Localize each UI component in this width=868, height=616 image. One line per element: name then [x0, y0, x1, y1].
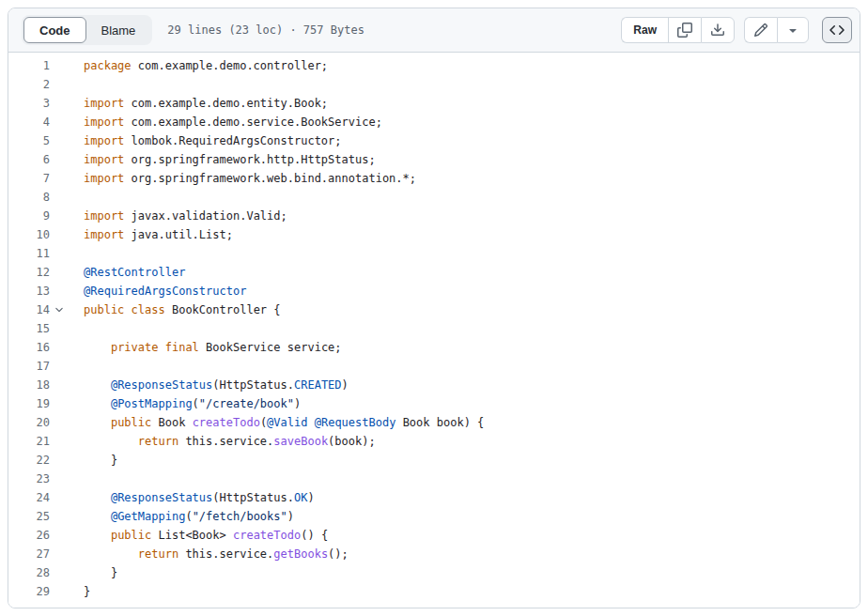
line-number[interactable]: 6 — [8, 150, 50, 169]
fold-gutter-spacer — [50, 413, 69, 432]
line-number[interactable]: 2 — [8, 75, 50, 94]
line-number[interactable]: 19 — [8, 394, 50, 413]
fold-gutter-spacer — [50, 75, 69, 94]
line-number[interactable]: 22 — [8, 451, 50, 470]
code-line: 9import javax.validation.Valid; — [8, 207, 860, 225]
line-number[interactable]: 8 — [8, 188, 50, 207]
line-number[interactable]: 28 — [8, 563, 50, 582]
line-number[interactable]: 24 — [8, 488, 50, 507]
fold-gutter-spacer — [50, 582, 69, 601]
code-line-content: import com.example.demo.service.BookServ… — [84, 113, 382, 131]
line-number[interactable]: 7 — [8, 169, 50, 188]
line-number[interactable]: 29 — [8, 582, 50, 601]
code-line: 16 private final BookService service; — [8, 338, 860, 357]
code-line-content: import java.util.List; — [84, 225, 233, 244]
download-icon — [710, 23, 725, 38]
code-line-content: @GetMapping("/fetch/books") — [84, 507, 294, 526]
line-number[interactable]: 10 — [8, 225, 50, 244]
code-line: 5import lombok.RequiredArgsConstructor; — [8, 131, 860, 150]
code-line-content: import javax.validation.Valid; — [84, 207, 287, 225]
edit-group — [744, 17, 809, 43]
tab-code[interactable]: Code — [23, 17, 86, 43]
code-line-content: import com.example.demo.entity.Book; — [84, 94, 328, 113]
line-number[interactable]: 3 — [8, 94, 50, 113]
fold-gutter-spacer — [50, 188, 69, 207]
code-line-content: private final BookService service; — [84, 338, 342, 357]
line-number[interactable]: 20 — [8, 413, 50, 432]
code-line-content: public class BookController { — [84, 300, 281, 319]
fold-gutter-spacer — [50, 169, 69, 188]
code-line: 22 } — [8, 451, 860, 470]
code-line: 1package com.example.demo.controller; — [8, 56, 860, 75]
fold-gutter-spacer — [50, 207, 69, 225]
line-number[interactable]: 26 — [8, 526, 50, 545]
line-number[interactable]: 21 — [8, 432, 50, 451]
line-number[interactable]: 11 — [8, 244, 50, 263]
code-line-content: return this.service.saveBook(book); — [84, 432, 376, 451]
line-number[interactable]: 15 — [8, 319, 50, 338]
code-line-content: @RestController — [84, 263, 185, 282]
line-number[interactable]: 1 — [8, 56, 50, 75]
fold-gutter-spacer — [50, 263, 69, 282]
code-line-content: import lombok.RequiredArgsConstructor; — [84, 131, 342, 150]
pencil-icon — [753, 23, 768, 38]
raw-actions-group: Raw — [621, 17, 735, 43]
code-line-content: return this.service.getBooks(); — [84, 545, 349, 563]
line-number[interactable]: 25 — [8, 507, 50, 526]
fold-gutter-spacer — [50, 488, 69, 507]
line-number[interactable]: 23 — [8, 470, 50, 488]
line-number[interactable]: 27 — [8, 545, 50, 563]
code-line-content: import org.springframework.web.bind.anno… — [84, 169, 416, 188]
line-number[interactable]: 9 — [8, 207, 50, 225]
line-number[interactable]: 18 — [8, 376, 50, 394]
code-line-content: @PostMapping("/create/book") — [84, 394, 301, 413]
fold-gutter-spacer — [50, 432, 69, 451]
download-button[interactable] — [701, 17, 735, 43]
code-line: 13@RequiredArgsConstructor — [8, 282, 860, 300]
code-line: 7import org.springframework.web.bind.ann… — [8, 169, 860, 188]
line-number[interactable]: 14 — [8, 300, 50, 319]
line-number[interactable]: 13 — [8, 282, 50, 300]
line-number[interactable]: 12 — [8, 263, 50, 282]
code-line-content: } — [84, 451, 117, 470]
code-line: 26 public List<Book> createTodo() { — [8, 526, 860, 545]
fold-gutter-spacer — [50, 545, 69, 563]
code-line-content: } — [84, 582, 90, 601]
edit-dropdown-button[interactable] — [777, 17, 809, 43]
line-number[interactable]: 4 — [8, 113, 50, 131]
line-number[interactable]: 5 — [8, 131, 50, 150]
code-line-content: @RequiredArgsConstructor — [84, 282, 246, 300]
code-line: 14public class BookController { — [8, 300, 860, 319]
code-line-content: @ResponseStatus(HttpStatus.OK) — [84, 488, 315, 507]
tab-blame[interactable]: Blame — [86, 17, 151, 43]
fold-gutter-spacer — [50, 225, 69, 244]
edit-button[interactable] — [744, 17, 777, 43]
code-line: 6import org.springframework.http.HttpSta… — [8, 150, 860, 169]
collapse-chevron-icon[interactable] — [50, 300, 69, 319]
code-blame-toggle: Code Blame — [22, 15, 152, 45]
fold-gutter-spacer — [50, 357, 69, 376]
code-icon — [829, 23, 845, 38]
code-line-content: public Book createTodo(@Valid @RequestBo… — [84, 413, 484, 432]
code-line: 19 @PostMapping("/create/book") — [8, 394, 860, 413]
line-number[interactable]: 17 — [8, 357, 50, 376]
code-line: 17 — [8, 357, 860, 376]
fold-gutter-spacer — [50, 282, 69, 300]
code-line: 28 } — [8, 563, 860, 582]
copy-button[interactable] — [668, 17, 701, 43]
code-line-content: package com.example.demo.controller; — [84, 56, 328, 75]
code-line: 10import java.util.List; — [8, 225, 860, 244]
code-line-content: import org.springframework.http.HttpStat… — [84, 150, 376, 169]
fold-gutter-spacer — [50, 507, 69, 526]
file-view-container: Code Blame 29 lines (23 loc) · 757 Bytes… — [8, 8, 860, 608]
raw-button[interactable]: Raw — [621, 17, 668, 43]
fold-gutter-spacer — [50, 563, 69, 582]
file-info: 29 lines (23 loc) · 757 Bytes — [167, 23, 364, 37]
fold-gutter-spacer — [50, 319, 69, 338]
symbols-button[interactable] — [822, 17, 852, 43]
code-line: 2 — [8, 75, 860, 94]
code-line: 25 @GetMapping("/fetch/books") — [8, 507, 860, 526]
fold-gutter-spacer — [50, 394, 69, 413]
line-number[interactable]: 16 — [8, 338, 50, 357]
code-line-content: @ResponseStatus(HttpStatus.CREATED) — [84, 376, 349, 394]
